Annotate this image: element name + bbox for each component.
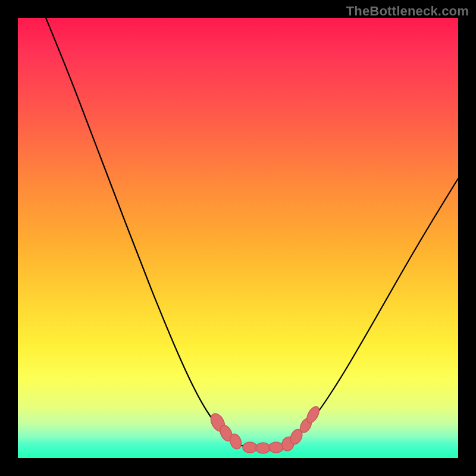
- curve-marker: [256, 443, 270, 453]
- chart-frame: TheBottleneck.com: [0, 0, 476, 476]
- curve-marker: [269, 442, 283, 453]
- marker-group: [208, 405, 322, 453]
- watermark-text: TheBottleneck.com: [346, 4, 469, 19]
- curve-marker: [243, 442, 257, 453]
- chart-svg: [18, 18, 458, 458]
- bottleneck-curve: [46, 18, 458, 448]
- plot-area: [18, 18, 458, 458]
